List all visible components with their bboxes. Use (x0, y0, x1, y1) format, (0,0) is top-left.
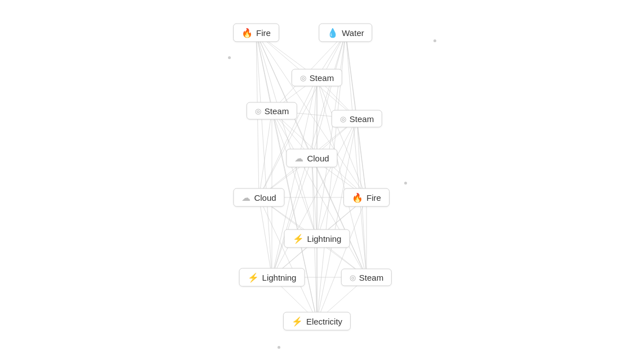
node-cloud2[interactable]: ☁Cloud (233, 188, 284, 207)
node-label-lightning2: Lightning (262, 273, 297, 282)
svg-line-58 (317, 197, 366, 321)
node-fire2[interactable]: 🔥Fire (343, 188, 390, 207)
svg-line-22 (312, 78, 317, 158)
node-icon-fire1: 🔥 (242, 28, 253, 38)
node-cloud1[interactable]: ☁Cloud (286, 149, 337, 168)
node-label-cloud2: Cloud (254, 193, 276, 202)
svg-line-1 (256, 33, 272, 111)
node-label-steam2: Steam (265, 106, 289, 116)
node-icon-electricity: ⚡ (292, 316, 303, 327)
node-label-lightning1: Lightning (307, 234, 342, 244)
svg-line-33 (272, 111, 317, 238)
node-icon-cloud1: ☁ (294, 153, 303, 164)
node-label-steam1: Steam (310, 73, 334, 83)
svg-line-3 (256, 33, 312, 158)
decorative-dot-1 (228, 56, 231, 59)
node-steam1[interactable]: ◎Steam (292, 69, 342, 87)
decorative-dot-3 (278, 346, 280, 349)
svg-line-47 (272, 158, 312, 277)
node-icon-steam3: ◎ (340, 115, 346, 123)
svg-line-39 (357, 119, 366, 197)
svg-line-36 (272, 111, 317, 321)
node-label-water1: Water (342, 28, 364, 38)
graph-container: 🔥Fire💧Water◎Steam◎Steam◎Steam☁Cloud☁Clou… (0, 0, 644, 360)
svg-line-40 (317, 119, 357, 238)
svg-line-16 (317, 33, 346, 238)
svg-line-46 (312, 158, 317, 238)
node-label-cloud1: Cloud (307, 154, 329, 163)
node-water1[interactable]: 💧Water (319, 24, 372, 42)
node-icon-steam4: ◎ (350, 273, 356, 282)
node-icon-steam2: ◎ (255, 107, 261, 115)
svg-line-31 (259, 111, 272, 197)
svg-line-24 (317, 78, 366, 197)
node-fire1[interactable]: 🔥Fire (233, 24, 279, 42)
svg-line-6 (256, 33, 317, 238)
node-lightning1[interactable]: ⚡Lightning (284, 230, 350, 248)
node-steam3[interactable]: ◎Steam (332, 110, 382, 128)
node-lightning2[interactable]: ⚡Lightning (239, 268, 305, 287)
svg-line-7 (256, 33, 272, 277)
node-icon-lightning1: ⚡ (293, 233, 304, 244)
node-label-fire1: Fire (256, 28, 271, 38)
svg-line-13 (312, 33, 346, 158)
node-label-steam3: Steam (350, 114, 374, 124)
node-steam2[interactable]: ◎Steam (247, 102, 297, 120)
svg-line-48 (312, 158, 366, 277)
node-icon-lightning2: ⚡ (248, 272, 259, 283)
node-icon-fire2: 🔥 (352, 192, 363, 203)
svg-line-52 (259, 197, 272, 277)
decorative-dot-2 (404, 182, 407, 184)
connections-svg (0, 0, 644, 360)
node-icon-water1: 💧 (327, 28, 338, 38)
node-label-fire2: Fire (366, 193, 381, 202)
node-icon-steam1: ◎ (300, 74, 306, 82)
svg-line-12 (346, 33, 357, 119)
node-steam4[interactable]: ◎Steam (341, 269, 392, 286)
node-electricity[interactable]: ⚡Electricity (283, 312, 351, 331)
svg-line-54 (259, 197, 317, 321)
node-label-steam4: Steam (359, 273, 383, 282)
svg-line-23 (259, 78, 317, 197)
node-label-electricity: Electricity (306, 317, 342, 326)
node-icon-cloud2: ☁ (242, 192, 251, 203)
decorative-dot-0 (433, 39, 436, 42)
